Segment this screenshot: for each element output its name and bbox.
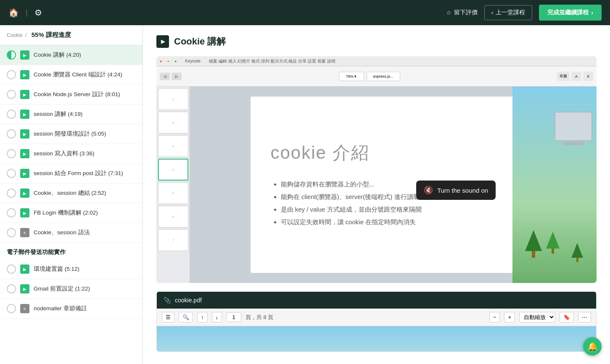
check-status-2 — [7, 70, 16, 79]
item-label-4: session 講解 (4:19) — [34, 110, 136, 118]
pdf-zoom-out[interactable]: − — [489, 312, 500, 322]
sidebar-item-10[interactable]: ≡ Cookie、session 語法 — [0, 223, 143, 243]
item-label-2: Cookie 瀏覽器 Client 端設計 (4:24) — [34, 71, 136, 79]
item-label-9: FB Login 機制講解 (2:02) — [34, 209, 136, 217]
item-label-12: Gmail 前置設定 (1:22) — [34, 285, 136, 293]
sidebar-header: Cookie / 55% 課程進度 — [0, 25, 143, 45]
video-screenshot: ● ● ● Keynote 檔案 編輯 插入 幻燈片 格式 排列 配示方式 格設… — [156, 56, 597, 283]
slide-thumb-6: 6 — [158, 206, 188, 228]
sound-tooltip[interactable]: 🔇 Turn the sound on — [416, 181, 496, 200]
pdf-title: cookie.pdf — [175, 297, 202, 304]
item-label-3: Cookie Node.js Server 設計 (8:01) — [34, 91, 136, 98]
item-label-8: Cookie、session 總結 (2:52) — [34, 189, 136, 197]
item-label-6: session 寫入資料 (3:36) — [34, 150, 136, 157]
check-status-10 — [7, 228, 16, 237]
slide-thumb-4: 4 — [158, 159, 188, 181]
keynote-toolbar: ◁ ▷ 76% ▾ express.js... 衣服 A X — [156, 66, 597, 86]
video-icon-2: ▶ — [20, 70, 29, 79]
sound-tooltip-label: Turn the sound on — [437, 187, 488, 194]
check-status-8 — [7, 189, 16, 198]
sidebar-item-9[interactable]: ▶ FB Login 機制講解 (2:02) — [0, 203, 143, 223]
pdf-zoom-select[interactable]: 自動縮放 100% 符合頁面 — [519, 312, 555, 322]
check-status-1 — [7, 50, 16, 60]
video-icon-3: ▶ — [20, 90, 29, 99]
sidebar-list: ▶ Cookie 講解 (4:20) ▶ Cookie 瀏覽器 Client 端… — [0, 45, 143, 364]
check-status-6 — [7, 149, 16, 158]
keynote-main: cookie 介紹 能夠儲存資料在瀏覽器上的小型... 能夠在 client(瀏… — [190, 86, 597, 283]
mute-icon: 🔇 — [424, 186, 433, 195]
top-navigation: 🏠 | ⚙ ☆ 留下評價 ‹ 上一堂課程 完成並繼續課程 › — [0, 0, 610, 25]
check-status-7 — [7, 169, 16, 178]
prev-label: 上一堂課程 — [496, 9, 525, 16]
check-status-3 — [7, 90, 16, 99]
check-status-12 — [7, 284, 16, 293]
pdf-page-input[interactable] — [226, 312, 241, 322]
sidebar-item-13[interactable]: ≡ nodemailer 章節備註 — [0, 299, 143, 319]
check-status-5 — [7, 129, 16, 139]
pdf-prev-page[interactable]: ↑ — [197, 312, 208, 322]
keynote-screen: ● ● ● Keynote 檔案 編輯 插入 幻燈片 格式 排列 配示方式 格設… — [156, 56, 597, 283]
video-icon-8: ▶ — [20, 189, 29, 198]
sidebar-item-5[interactable]: ▶ session 開發環境設計 (5:05) — [0, 124, 143, 144]
pdf-search-button[interactable]: 🔍 — [179, 312, 193, 322]
sidebar-item-8[interactable]: ▶ Cookie、session 總結 (2:52) — [0, 183, 143, 203]
item-label-1: Cookie 講解 (4:20) — [34, 51, 136, 59]
sidebar-item-11[interactable]: ▶ 環境建置篇 (5:12) — [0, 259, 143, 279]
prev-chevron-icon: ‹ — [491, 9, 494, 16]
item-label-5: session 開發環境設計 (5:05) — [34, 130, 136, 138]
rate-button[interactable]: ☆ 留下評價 — [446, 9, 478, 16]
rate-label: 留下評價 — [454, 9, 478, 16]
sidebar-item-3[interactable]: ▶ Cookie Node.js Server 設計 (8:01) — [0, 85, 143, 105]
sidebar-item-7[interactable]: ▶ session 結合 Form post 設計 (7:31) — [0, 164, 143, 183]
nav-right: ☆ 留下評價 ‹ 上一堂課程 完成並繼續課程 › — [446, 5, 602, 21]
section2-header: 電子郵件發送功能實作 — [0, 243, 143, 259]
bullet-3: 是由 key / value 方式組成，並由分號跟空格來隔開 — [281, 203, 516, 216]
slide-thumb-3: 3 — [158, 135, 188, 157]
video-icon-5: ▶ — [20, 129, 29, 139]
item-label-13: nodemailer 章節備註 — [34, 305, 136, 312]
pdf-bookmark[interactable]: 🔖 — [560, 312, 574, 322]
item-label-11: 環境建置篇 (5:12) — [34, 265, 136, 273]
keynote-menubar: ● ● ● Keynote 檔案 編輯 插入 幻燈片 格式 排列 配示方式 格設… — [156, 56, 597, 66]
home-icon[interactable]: 🏠 — [8, 8, 19, 18]
complete-label: 完成並繼續課程 — [547, 9, 589, 16]
sidebar-item-4[interactable]: ▶ session 講解 (4:19) — [0, 105, 143, 124]
video-icon-9: ▶ — [20, 208, 29, 217]
slide-title: cookie 介紹 — [271, 141, 516, 165]
sidebar-item-1[interactable]: ▶ Cookie 講解 (4:20) — [0, 45, 143, 65]
item-label-7: session 結合 Form post 設計 (7:31) — [34, 170, 136, 177]
pdf-zoom-in[interactable]: + — [504, 312, 515, 322]
notification-bell[interactable]: 🔔 — [583, 337, 602, 356]
sidebar: Cookie / 55% 課程進度 ▶ Cookie 講解 (4:20) ▶ C… — [0, 25, 143, 364]
video-icon-11: ▶ — [20, 264, 29, 274]
pdf-more[interactable]: ⋯ — [578, 312, 591, 322]
sidebar-item-12[interactable]: ▶ Gmail 前置設定 (1:22) — [0, 279, 143, 299]
lesson-title: Cookie 講解 — [174, 35, 226, 48]
gear-icon[interactable]: ⚙ — [34, 8, 42, 18]
slide-thumb-7: 7 — [158, 229, 188, 251]
pdf-sidebar-toggle[interactable]: ☰ — [162, 312, 174, 322]
sidebar-item-2[interactable]: ▶ Cookie 瀏覽器 Client 端設計 (4:24) — [0, 65, 143, 85]
prev-lesson-button[interactable]: ‹ 上一堂課程 — [484, 5, 533, 20]
complete-button[interactable]: 完成並繼續課程 › — [539, 5, 602, 21]
video-container[interactable]: ● ● ● Keynote 檔案 編輯 插入 幻燈片 格式 排列 配示方式 格設… — [156, 56, 597, 283]
check-status-13 — [7, 304, 16, 313]
nav-left: 🏠 | ⚙ — [8, 8, 42, 18]
section2-title: 電子郵件發送功能實作 — [7, 249, 66, 255]
paperclip-icon: 📎 — [164, 297, 171, 304]
complete-chevron-icon: › — [591, 9, 593, 16]
progress-text: 55% 課程進度 — [32, 31, 71, 39]
item-label-10: Cookie、session 語法 — [34, 229, 136, 236]
sidebar-item-6[interactable]: ▶ session 寫入資料 (3:36) — [0, 144, 143, 164]
slide-thumb-2: 2 — [158, 112, 188, 134]
pdf-header: 📎 cookie.pdf — [157, 292, 596, 309]
pdf-page-total: 頁，共 8 頁 — [246, 314, 273, 321]
video-icon-12: ▶ — [20, 284, 29, 293]
slide-thumb-1: 1 — [158, 88, 188, 110]
main-layout: Cookie / 55% 課程進度 ▶ Cookie 講解 (4:20) ▶ C… — [0, 25, 610, 364]
doc-icon-10: ≡ — [20, 228, 29, 237]
lesson-title-row: ▶ Cookie 講解 — [156, 35, 597, 48]
breadcrumb: Cookie / — [7, 32, 28, 38]
pdf-next-page[interactable]: ↓ — [212, 312, 222, 322]
keynote-body: 1 2 3 4 5 6 7 cookie 介紹 — [156, 86, 597, 283]
